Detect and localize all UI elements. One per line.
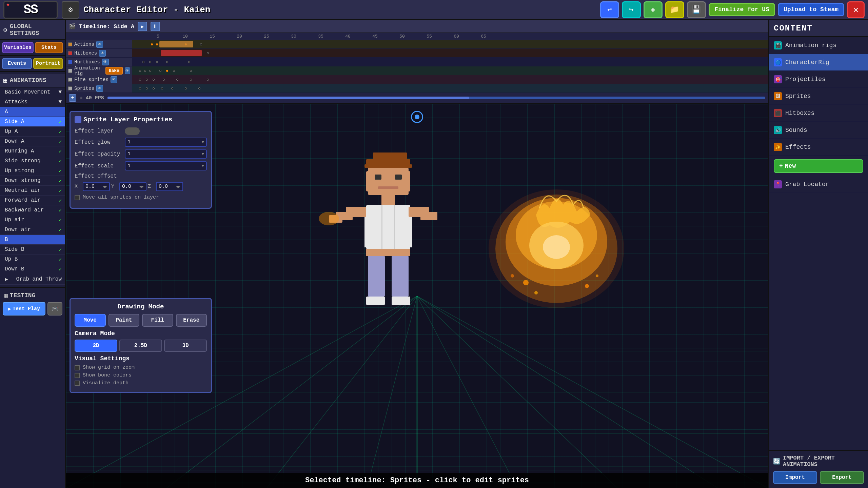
tl-track-firesprites[interactable] [132, 75, 768, 84]
anim-up-air-label: Up air [5, 217, 24, 223]
anim-up-a[interactable]: Up A ✓ [0, 127, 65, 137]
import-export-label: IMPORT / EXPORT ANIMATIONS [783, 455, 864, 468]
x-arrows: ◀▶ [103, 184, 107, 189]
btn-add[interactable]: ✚ [644, 1, 663, 18]
test-play-button[interactable]: ▶ Test Play [3, 302, 45, 316]
tl-arig-dot-2 [144, 70, 146, 72]
hitboxes-icon: ⬛ [774, 109, 782, 117]
right-item-sprites[interactable]: 🖼 Sprites [769, 88, 868, 105]
anim-side-strong[interactable]: Side strong ✓ [0, 156, 65, 166]
cam-2-5d-button[interactable]: 2.5D [119, 340, 162, 352]
visualize-depth-checkbox[interactable] [75, 381, 80, 386]
tl-eye-firesprites[interactable]: 👁 [111, 76, 117, 83]
portrait-button[interactable]: Portrait [33, 58, 63, 69]
anim-attacks[interactable]: Attacks ▼ [0, 97, 65, 107]
right-item-effects[interactable]: ✨ Effects [769, 139, 868, 156]
anim-up-strong[interactable]: Up strong ✓ [0, 166, 65, 176]
anim-backward-air[interactable]: Backward air ✓ [0, 205, 65, 215]
anim-group-B[interactable]: B [0, 235, 65, 245]
anim-group-A[interactable]: A [0, 107, 65, 117]
tl-eye-hurtboxes[interactable]: 👁 [102, 59, 109, 65]
right-item-sounds[interactable]: 🔊 Sounds [769, 122, 868, 139]
export-button[interactable]: Export [820, 471, 864, 484]
cam-2d-button[interactable]: 2D [75, 340, 117, 352]
events-button[interactable]: Events [2, 58, 32, 69]
tl-track-hurtboxes[interactable] [132, 58, 768, 66]
anim-down-a[interactable]: Down A ✓ [0, 137, 65, 146]
btn-save[interactable]: 💾 [687, 1, 706, 18]
variables-button[interactable]: Variables [2, 42, 34, 53]
canvas-area[interactable]: Sprite Layer Properties Effect layer Eff… [66, 104, 768, 488]
show-grid-checkbox[interactable] [75, 365, 80, 370]
tl-eye-animrig[interactable]: 👁 [125, 67, 130, 74]
tl-sp-dot-3 [153, 87, 155, 89]
effect-offset-xyz: X 0.0 ◀▶ Y 0.0 ◀▶ Z 0.0 ◀▶ [75, 182, 207, 191]
paint-button[interactable]: Paint [108, 314, 140, 327]
erase-button[interactable]: Erase [176, 314, 207, 327]
cam-3d-button[interactable]: 3D [164, 340, 207, 352]
upload-button[interactable]: Upload to Steam [778, 3, 844, 17]
test-extra-button[interactable]: 🎮 [47, 302, 62, 316]
anim-up-b-check: ✓ [59, 257, 62, 262]
tl-dot-4 [200, 43, 202, 45]
anim-up-air[interactable]: Up air ✓ [0, 215, 65, 225]
finalize-button[interactable]: Finalize for US [709, 3, 775, 17]
anim-running-a-label: Running A [5, 148, 34, 154]
effect-scale-input[interactable]: 1 ▼ [125, 161, 207, 170]
settings-icon[interactable]: ⚙ [62, 1, 79, 19]
tl-track-hitboxes[interactable] [132, 49, 768, 57]
panel-title-icon [75, 116, 81, 123]
anim-basic-movement[interactable]: Basic Movement ▼ [0, 87, 65, 97]
timeline-labels-header [66, 33, 132, 40]
stats-button[interactable]: Stats [35, 42, 63, 53]
anim-up-b[interactable]: Up B ✓ [0, 255, 65, 264]
btn-undo[interactable]: ↩ [600, 1, 619, 18]
effect-opacity-input[interactable]: 1 ▼ [125, 149, 207, 159]
new-button[interactable]: + New [774, 159, 863, 173]
right-item-grab-locator[interactable]: 📍 Grab Locator [769, 176, 868, 193]
anim-neutral-air-label: Neutral air [5, 187, 41, 194]
z-value: 0.0 [159, 184, 168, 189]
timeline-play-button[interactable]: ▶ [138, 22, 147, 31]
timeline-pause-button[interactable]: ⏸ [151, 22, 160, 31]
tl-track-sprites[interactable] [132, 84, 768, 93]
btn-folder[interactable]: 📁 [665, 1, 684, 18]
tl-eye-hitboxes[interactable]: 👁 [99, 50, 106, 57]
anim-neutral-air[interactable]: Neutral air ✓ [0, 186, 65, 196]
bake-button[interactable]: Bake [105, 67, 123, 75]
right-item-character-rig[interactable]: 🔵 CharacterRig [769, 54, 868, 71]
anim-down-air[interactable]: Down air ✓ [0, 225, 65, 235]
global-settings-header: ⚙ GLOBAL SETTINGS [0, 20, 65, 40]
move-all-sprites-checkbox[interactable] [75, 195, 80, 200]
anim-down-strong[interactable]: Down strong ✓ [0, 176, 65, 186]
right-item-projectiles[interactable]: 🎯 Projectiles [769, 71, 868, 88]
anim-forward-air[interactable]: Forward air ✓ [0, 196, 65, 205]
anim-grab-throw[interactable]: ▶ Grab and Throw [0, 274, 65, 285]
z-input[interactable]: 0.0 ◀▶ [156, 182, 183, 191]
tl-eye-sprites[interactable]: 👁 [96, 85, 103, 92]
tl-dot-10 [188, 61, 190, 63]
tl-fs-dot-5 [176, 79, 178, 81]
tl-track-actions[interactable] [132, 40, 768, 48]
right-item-hitboxes[interactable]: ⬛ Hitboxes [769, 105, 868, 122]
effect-glow-input[interactable]: 1 ▼ [125, 138, 207, 147]
btn-redo[interactable]: ↪ [622, 1, 641, 18]
close-button[interactable]: ✕ [847, 1, 865, 18]
tl-track-animrig[interactable] [132, 66, 768, 75]
x-input[interactable]: 0.0 ◀▶ [83, 182, 110, 191]
show-bone-colors-checkbox[interactable] [75, 373, 80, 378]
y-input[interactable]: 0.0 ◀▶ [119, 182, 146, 191]
tl-eye-actions[interactable]: 👁 [96, 41, 103, 48]
effect-layer-toggle[interactable] [125, 127, 140, 135]
anim-side-b[interactable]: Side B ✓ [0, 245, 65, 255]
fill-button[interactable]: Fill [142, 314, 173, 327]
anim-running-a[interactable]: Running A ✓ [0, 146, 65, 156]
move-button[interactable]: Move [75, 314, 106, 327]
right-item-animation-rigs[interactable]: 🎬 Animation rigs [769, 37, 868, 54]
anim-down-b[interactable]: Down B ✓ [0, 264, 65, 274]
add-track-button[interactable]: + [69, 94, 76, 102]
tl-num-30: 30 [280, 33, 307, 40]
anim-side-a[interactable]: Side A ✓ [0, 117, 65, 127]
visual-settings-section: Visual Settings Show grid on zoom Show b… [75, 355, 207, 386]
import-button[interactable]: Import [773, 471, 817, 484]
